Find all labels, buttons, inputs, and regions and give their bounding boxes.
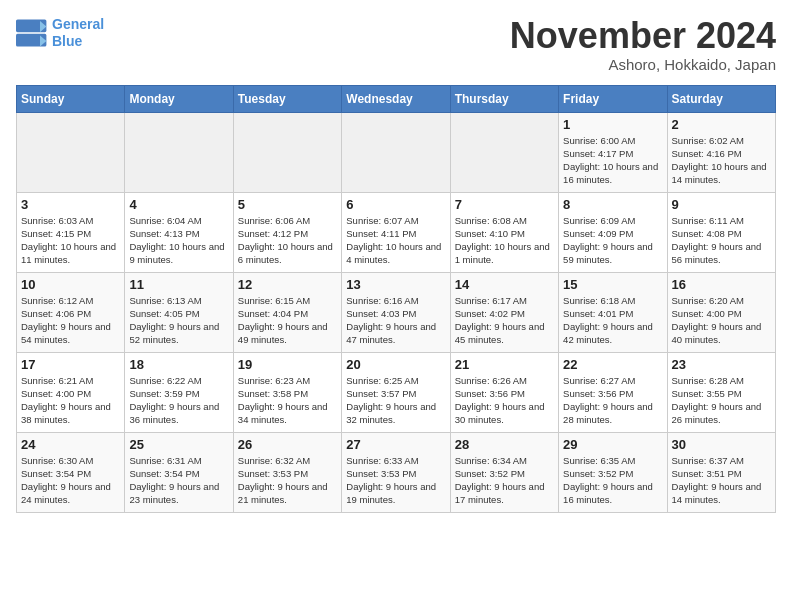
day-header-friday: Friday: [559, 85, 667, 112]
day-number: 16: [672, 277, 771, 292]
day-info: Sunrise: 6:00 AM Sunset: 4:17 PM Dayligh…: [563, 134, 662, 187]
day-number: 28: [455, 437, 554, 452]
day-number: 29: [563, 437, 662, 452]
day-info: Sunrise: 6:02 AM Sunset: 4:16 PM Dayligh…: [672, 134, 771, 187]
day-header-monday: Monday: [125, 85, 233, 112]
day-info: Sunrise: 6:09 AM Sunset: 4:09 PM Dayligh…: [563, 214, 662, 267]
calendar-cell: 10Sunrise: 6:12 AM Sunset: 4:06 PM Dayli…: [17, 272, 125, 352]
calendar-body: 1Sunrise: 6:00 AM Sunset: 4:17 PM Daylig…: [17, 112, 776, 512]
day-info: Sunrise: 6:31 AM Sunset: 3:54 PM Dayligh…: [129, 454, 228, 507]
day-number: 7: [455, 197, 554, 212]
calendar-cell: 25Sunrise: 6:31 AM Sunset: 3:54 PM Dayli…: [125, 432, 233, 512]
day-info: Sunrise: 6:34 AM Sunset: 3:52 PM Dayligh…: [455, 454, 554, 507]
calendar-week-5: 24Sunrise: 6:30 AM Sunset: 3:54 PM Dayli…: [17, 432, 776, 512]
day-header-sunday: Sunday: [17, 85, 125, 112]
calendar-cell: 26Sunrise: 6:32 AM Sunset: 3:53 PM Dayli…: [233, 432, 341, 512]
day-number: 24: [21, 437, 120, 452]
day-number: 12: [238, 277, 337, 292]
logo-line2: Blue: [52, 33, 82, 49]
calendar-cell: 23Sunrise: 6:28 AM Sunset: 3:55 PM Dayli…: [667, 352, 775, 432]
calendar-cell: 18Sunrise: 6:22 AM Sunset: 3:59 PM Dayli…: [125, 352, 233, 432]
day-info: Sunrise: 6:13 AM Sunset: 4:05 PM Dayligh…: [129, 294, 228, 347]
calendar-cell: 7Sunrise: 6:08 AM Sunset: 4:10 PM Daylig…: [450, 192, 558, 272]
calendar-cell: 2Sunrise: 6:02 AM Sunset: 4:16 PM Daylig…: [667, 112, 775, 192]
calendar-cell: [125, 112, 233, 192]
calendar-cell: 11Sunrise: 6:13 AM Sunset: 4:05 PM Dayli…: [125, 272, 233, 352]
title-block: November 2024 Ashoro, Hokkaido, Japan: [510, 16, 776, 73]
day-number: 20: [346, 357, 445, 372]
calendar-cell: 28Sunrise: 6:34 AM Sunset: 3:52 PM Dayli…: [450, 432, 558, 512]
page-header: General Blue November 2024 Ashoro, Hokka…: [16, 16, 776, 73]
day-number: 3: [21, 197, 120, 212]
calendar-table: SundayMondayTuesdayWednesdayThursdayFrid…: [16, 85, 776, 513]
calendar-week-1: 1Sunrise: 6:00 AM Sunset: 4:17 PM Daylig…: [17, 112, 776, 192]
calendar-cell: 20Sunrise: 6:25 AM Sunset: 3:57 PM Dayli…: [342, 352, 450, 432]
calendar-cell: [342, 112, 450, 192]
calendar-cell: 19Sunrise: 6:23 AM Sunset: 3:58 PM Dayli…: [233, 352, 341, 432]
calendar-cell: 15Sunrise: 6:18 AM Sunset: 4:01 PM Dayli…: [559, 272, 667, 352]
day-info: Sunrise: 6:26 AM Sunset: 3:56 PM Dayligh…: [455, 374, 554, 427]
day-info: Sunrise: 6:33 AM Sunset: 3:53 PM Dayligh…: [346, 454, 445, 507]
day-number: 2: [672, 117, 771, 132]
day-info: Sunrise: 6:03 AM Sunset: 4:15 PM Dayligh…: [21, 214, 120, 267]
day-info: Sunrise: 6:30 AM Sunset: 3:54 PM Dayligh…: [21, 454, 120, 507]
day-info: Sunrise: 6:37 AM Sunset: 3:51 PM Dayligh…: [672, 454, 771, 507]
calendar-week-4: 17Sunrise: 6:21 AM Sunset: 4:00 PM Dayli…: [17, 352, 776, 432]
location-subtitle: Ashoro, Hokkaido, Japan: [510, 56, 776, 73]
calendar-cell: [17, 112, 125, 192]
calendar-cell: 22Sunrise: 6:27 AM Sunset: 3:56 PM Dayli…: [559, 352, 667, 432]
calendar-cell: 5Sunrise: 6:06 AM Sunset: 4:12 PM Daylig…: [233, 192, 341, 272]
day-info: Sunrise: 6:28 AM Sunset: 3:55 PM Dayligh…: [672, 374, 771, 427]
day-number: 22: [563, 357, 662, 372]
day-number: 9: [672, 197, 771, 212]
day-number: 26: [238, 437, 337, 452]
day-info: Sunrise: 6:18 AM Sunset: 4:01 PM Dayligh…: [563, 294, 662, 347]
calendar-cell: [450, 112, 558, 192]
calendar-week-2: 3Sunrise: 6:03 AM Sunset: 4:15 PM Daylig…: [17, 192, 776, 272]
day-number: 27: [346, 437, 445, 452]
day-number: 8: [563, 197, 662, 212]
day-info: Sunrise: 6:15 AM Sunset: 4:04 PM Dayligh…: [238, 294, 337, 347]
calendar-cell: 13Sunrise: 6:16 AM Sunset: 4:03 PM Dayli…: [342, 272, 450, 352]
day-info: Sunrise: 6:20 AM Sunset: 4:00 PM Dayligh…: [672, 294, 771, 347]
calendar-cell: 12Sunrise: 6:15 AM Sunset: 4:04 PM Dayli…: [233, 272, 341, 352]
day-header-tuesday: Tuesday: [233, 85, 341, 112]
calendar-cell: [233, 112, 341, 192]
calendar-cell: 21Sunrise: 6:26 AM Sunset: 3:56 PM Dayli…: [450, 352, 558, 432]
day-info: Sunrise: 6:23 AM Sunset: 3:58 PM Dayligh…: [238, 374, 337, 427]
calendar-cell: 17Sunrise: 6:21 AM Sunset: 4:00 PM Dayli…: [17, 352, 125, 432]
calendar-cell: 3Sunrise: 6:03 AM Sunset: 4:15 PM Daylig…: [17, 192, 125, 272]
day-info: Sunrise: 6:22 AM Sunset: 3:59 PM Dayligh…: [129, 374, 228, 427]
logo-line1: General: [52, 16, 104, 32]
day-info: Sunrise: 6:04 AM Sunset: 4:13 PM Dayligh…: [129, 214, 228, 267]
day-info: Sunrise: 6:17 AM Sunset: 4:02 PM Dayligh…: [455, 294, 554, 347]
day-header-wednesday: Wednesday: [342, 85, 450, 112]
day-number: 18: [129, 357, 228, 372]
day-number: 30: [672, 437, 771, 452]
day-header-saturday: Saturday: [667, 85, 775, 112]
logo: General Blue: [16, 16, 104, 50]
day-info: Sunrise: 6:16 AM Sunset: 4:03 PM Dayligh…: [346, 294, 445, 347]
day-number: 23: [672, 357, 771, 372]
day-number: 13: [346, 277, 445, 292]
day-info: Sunrise: 6:27 AM Sunset: 3:56 PM Dayligh…: [563, 374, 662, 427]
day-info: Sunrise: 6:21 AM Sunset: 4:00 PM Dayligh…: [21, 374, 120, 427]
logo-icon: [16, 19, 48, 47]
calendar-week-3: 10Sunrise: 6:12 AM Sunset: 4:06 PM Dayli…: [17, 272, 776, 352]
day-info: Sunrise: 6:25 AM Sunset: 3:57 PM Dayligh…: [346, 374, 445, 427]
calendar-cell: 4Sunrise: 6:04 AM Sunset: 4:13 PM Daylig…: [125, 192, 233, 272]
day-header-thursday: Thursday: [450, 85, 558, 112]
day-info: Sunrise: 6:11 AM Sunset: 4:08 PM Dayligh…: [672, 214, 771, 267]
calendar-cell: 16Sunrise: 6:20 AM Sunset: 4:00 PM Dayli…: [667, 272, 775, 352]
day-number: 1: [563, 117, 662, 132]
day-number: 15: [563, 277, 662, 292]
calendar-cell: 6Sunrise: 6:07 AM Sunset: 4:11 PM Daylig…: [342, 192, 450, 272]
calendar-cell: 9Sunrise: 6:11 AM Sunset: 4:08 PM Daylig…: [667, 192, 775, 272]
day-number: 14: [455, 277, 554, 292]
day-number: 6: [346, 197, 445, 212]
day-number: 25: [129, 437, 228, 452]
calendar-cell: 27Sunrise: 6:33 AM Sunset: 3:53 PM Dayli…: [342, 432, 450, 512]
day-info: Sunrise: 6:08 AM Sunset: 4:10 PM Dayligh…: [455, 214, 554, 267]
day-number: 10: [21, 277, 120, 292]
day-number: 4: [129, 197, 228, 212]
